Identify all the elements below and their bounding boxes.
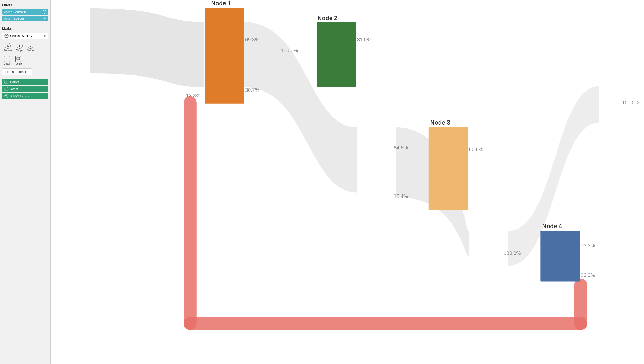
detail-mark-icon — [4, 56, 10, 62]
pct-60: 60.6% — [469, 147, 483, 152]
tooltip-mark-icon — [15, 56, 21, 62]
mark-btn-detail-label: Detail — [4, 62, 10, 65]
chevron-down-icon: ▼ — [43, 35, 46, 37]
value-mark-icon: V — [28, 43, 33, 49]
mark-btn-value-label: Value — [27, 49, 34, 52]
field-source-label: Source — [10, 80, 19, 83]
source-letter-icon: S — [4, 80, 8, 84]
svg-rect-2 — [5, 59, 9, 59]
filter-chip-0[interactable]: Action (Source,Ta.. ⇆ — [2, 9, 48, 15]
node4-rect — [540, 231, 580, 281]
mark-btn-source-label: Source — [4, 49, 12, 52]
pct-81: 81.0% — [357, 37, 371, 42]
mark-btn-tooltip[interactable]: Tooltip — [13, 55, 24, 66]
svg-point-0 — [5, 34, 8, 38]
node3-label: Node 3 — [430, 119, 450, 126]
field-target-label: Target — [10, 87, 18, 90]
loop-bottom — [184, 317, 587, 330]
filters-title: Filters — [2, 3, 48, 7]
svg-rect-3 — [5, 60, 9, 60]
marks-section: Marks Circular Sankey ▼ S Source T Targe… — [2, 27, 48, 100]
mark-btn-target[interactable]: T Target — [14, 42, 25, 53]
marks-type-label: Circular Sankey — [10, 34, 32, 38]
node3-rect — [429, 127, 468, 210]
filter-link-icon-0: ⇆ — [43, 10, 46, 14]
filter-chip-1[interactable]: Action (Source) ⇆ — [2, 16, 48, 21]
marks-icons-row: S Source T Target V Value — [2, 42, 48, 53]
mark-btn-source[interactable]: S Source — [2, 42, 13, 53]
node2-label: Node 2 — [318, 15, 338, 21]
marks-icons-row-2: Detail Tooltip — [2, 55, 48, 66]
pct-100-2: 100.0% — [504, 250, 521, 256]
mark-btn-detail[interactable]: Detail — [2, 55, 12, 66]
pct-23: 23.3% — [581, 272, 595, 278]
mark-btn-tooltip-label: Tooltip — [14, 62, 22, 65]
loop-right — [574, 279, 587, 330]
filter-chip-1-label: Action (Source) — [4, 17, 24, 20]
mark-btn-target-label: Target — [16, 49, 23, 52]
pct-30: 30.7% — [245, 87, 259, 93]
field-source[interactable]: S Source — [2, 79, 48, 85]
filter-link-icon-1: ⇆ — [43, 17, 46, 20]
field-value-label: SUM(Value per... — [10, 95, 31, 98]
pct-100-1: 100.0% — [281, 48, 298, 53]
marks-title: Marks — [2, 27, 48, 31]
format-extension-button[interactable]: Format Extension — [2, 68, 32, 75]
mark-btn-value[interactable]: V Value — [26, 42, 35, 53]
sankey-icon — [4, 34, 9, 38]
svg-rect-1 — [5, 58, 9, 58]
node1-label: Node 1 — [211, 0, 231, 7]
filters-section: Filters Action (Source,Ta.. ⇆ Action (So… — [2, 3, 48, 22]
pct-64: 64.6% — [394, 145, 408, 150]
node1-rect — [205, 8, 244, 104]
sidebar: Filters Action (Source,Ta.. ⇆ Action (So… — [0, 0, 51, 364]
flow-node1-node2 — [90, 8, 204, 87]
loop-left — [184, 96, 197, 330]
value-letter-icon: V — [4, 94, 8, 98]
sankey-svg: Node 1 Node 2 Node 3 Node 4 Node 5 69.3%… — [51, 0, 644, 362]
pct-73: 73.3% — [581, 243, 595, 248]
main-canvas: Node 1 Node 2 Node 3 Node 4 Node 5 69.3%… — [51, 0, 644, 364]
source-mark-icon: S — [5, 43, 11, 49]
node4-label: Node 4 — [542, 223, 562, 230]
target-letter-icon: T — [4, 87, 8, 91]
field-target[interactable]: T Target — [2, 86, 48, 92]
marks-type-dropdown[interactable]: Circular Sankey ▼ — [2, 33, 48, 39]
field-value[interactable]: V SUM(Value per... — [2, 93, 48, 99]
pct-100-3: 100.0% — [622, 100, 639, 105]
node2-rect — [317, 22, 356, 87]
pct-12: 12.3% — [186, 93, 200, 98]
pct-35: 35.4% — [394, 193, 408, 199]
filter-chip-0-label: Action (Source,Ta.. — [4, 10, 28, 13]
svg-rect-4 — [17, 57, 20, 60]
target-mark-icon: T — [17, 43, 23, 49]
pct-69: 69.3% — [245, 37, 259, 42]
